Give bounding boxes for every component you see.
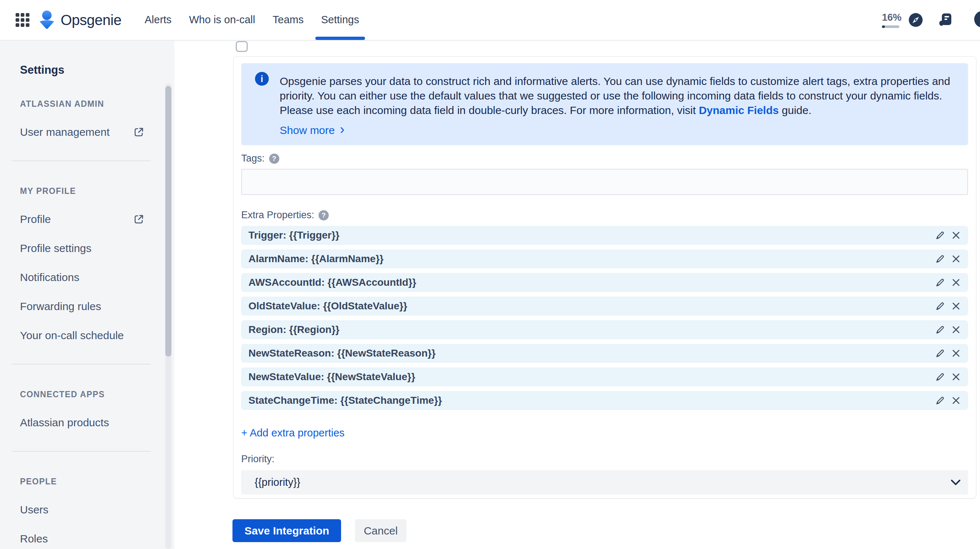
chevron-down-icon	[950, 479, 961, 487]
help-icon[interactable]: ?	[974, 11, 980, 28]
info-banner: i Opsgenie parses your data to construct…	[241, 63, 968, 145]
app-switcher-icon[interactable]	[16, 13, 29, 27]
tags-input[interactable]	[241, 169, 968, 195]
external-link-icon	[133, 127, 144, 138]
delete-x-icon[interactable]	[951, 395, 961, 406]
sidebar-item-forwarding-rules[interactable]: Forwarding rules	[20, 301, 144, 312]
edit-pencil-icon[interactable]	[935, 301, 945, 311]
extra-property-row: StateChangeTime: {{StateChangeTime}}	[241, 391, 968, 410]
row-actions	[935, 230, 961, 241]
extra-property-row: NewStateReason: {{NewStateReason}}	[241, 344, 968, 363]
sidebar-item-roles[interactable]: Roles	[20, 533, 144, 545]
priority-label: Priority:	[241, 454, 275, 465]
priority-value: {{priority}}	[255, 476, 301, 489]
dynamic-fields-link[interactable]: Dynamic Fields	[699, 104, 779, 116]
edit-pencil-icon[interactable]	[935, 277, 945, 288]
sidebar-divider	[12, 451, 151, 452]
tags-label-row: Tags: ?	[241, 153, 968, 164]
sidebar-item-your-on-call-schedule[interactable]: Your on-call schedule	[20, 330, 144, 341]
sidebar-section-label: PEOPLE	[20, 476, 174, 487]
show-more-link[interactable]: Show more ›	[280, 124, 344, 137]
edit-pencil-icon[interactable]	[935, 324, 945, 335]
usage-percent: 16%	[882, 12, 900, 23]
cancel-button[interactable]: Cancel	[355, 519, 406, 542]
delete-x-icon[interactable]	[951, 301, 961, 311]
sidebar-item-users[interactable]: Users	[20, 504, 144, 516]
integration-settings-content: i Opsgenie parses your data to construct…	[174, 41, 980, 549]
external-link-icon	[133, 214, 144, 225]
extra-property-value: Trigger: {{Trigger}}	[248, 230, 340, 241]
sidebar-section: PEOPLEUsersRoles	[20, 476, 174, 545]
add-extra-properties-link[interactable]: + Add extra properties	[241, 427, 345, 439]
extra-property-row: OldStateValue: {{OldStateValue}}	[241, 297, 968, 316]
chevron-right-icon: ›	[340, 124, 345, 137]
sidebar-item-label: User management	[20, 126, 110, 138]
extra-properties-list: Trigger: {{Trigger}}AlarmName: {{AlarmNa…	[241, 226, 968, 410]
primary-nav: AlertsWho is on-callTeamsSettings	[145, 0, 359, 40]
dynamic-fields-card: i Opsgenie parses your data to construct…	[233, 56, 976, 498]
sidebar-title: Settings	[20, 63, 174, 77]
row-actions	[935, 324, 961, 335]
sidebar-item-label: Roles	[20, 533, 48, 545]
sidebar-item-label: Forwarding rules	[20, 301, 101, 312]
edit-pencil-icon[interactable]	[935, 230, 945, 241]
sidebar-scrollbar-thumb[interactable]	[165, 86, 172, 357]
delete-x-icon[interactable]	[951, 372, 961, 382]
checkbox[interactable]	[236, 41, 248, 52]
delete-x-icon[interactable]	[951, 254, 961, 264]
priority-label-row: Priority:	[241, 454, 968, 465]
tags-help-icon[interactable]: ?	[269, 154, 279, 164]
sidebar-divider	[12, 364, 151, 365]
sidebar-section: MY PROFILEProfileProfile settingsNotific…	[20, 186, 174, 341]
sidebar-item-profile-settings[interactable]: Profile settings	[20, 243, 144, 254]
edit-pencil-icon[interactable]	[935, 348, 945, 359]
settings-sidebar: Settings ATLASSIAN ADMINUser managementM…	[0, 41, 174, 549]
edit-pencil-icon[interactable]	[935, 395, 945, 406]
nav-tab-settings[interactable]: Settings	[321, 0, 359, 40]
top-nav: Opsgenie AlertsWho is on-callTeamsSettin…	[0, 0, 980, 41]
usage-progress-bar	[882, 25, 899, 28]
extra-property-value: StateChangeTime: {{StateChangeTime}}	[248, 395, 442, 406]
delete-x-icon[interactable]	[951, 230, 961, 240]
sidebar-item-profile[interactable]: Profile	[20, 214, 144, 225]
release-notes-icon[interactable]	[939, 13, 952, 27]
delete-x-icon[interactable]	[951, 278, 961, 287]
sidebar-divider	[12, 160, 151, 161]
edit-pencil-icon[interactable]	[935, 371, 945, 382]
edit-pencil-icon[interactable]	[935, 254, 945, 264]
sidebar-item-label: Profile	[20, 214, 51, 225]
delete-x-icon[interactable]	[951, 325, 961, 335]
sidebar-item-atlassian-products[interactable]: Atlassian products	[20, 417, 144, 428]
sidebar-section-label: MY PROFILE	[20, 186, 174, 196]
sidebar-section-label: ATLASSIAN ADMIN	[20, 99, 174, 109]
sidebar-section: ATLASSIAN ADMINUser management	[20, 99, 174, 138]
brand-name: Opsgenie	[60, 12, 121, 28]
extra-property-row: AWSAccountId: {{AWSAccountId}}	[241, 273, 968, 292]
extra-properties-help-icon[interactable]: ?	[318, 210, 329, 221]
nav-tab-teams[interactable]: Teams	[273, 0, 304, 40]
extra-property-row: Region: {{Region}}	[241, 320, 968, 339]
opsgenie-logo[interactable]: Opsgenie	[38, 10, 121, 30]
sidebar-item-label: Atlassian products	[20, 417, 109, 428]
sidebar-section-label: CONNECTED APPS	[20, 389, 174, 400]
compass-icon[interactable]	[909, 13, 923, 27]
extra-property-row: Trigger: {{Trigger}}	[241, 226, 968, 245]
nav-tab-alerts[interactable]: Alerts	[145, 0, 172, 40]
nav-tab-who-is-on-call[interactable]: Who is on-call	[189, 0, 255, 40]
sidebar-item-label: Profile settings	[20, 243, 92, 254]
opsgenie-logo-icon	[38, 10, 56, 30]
top-nav-right: 16%	[882, 12, 952, 28]
row-actions	[935, 254, 961, 264]
banner-text-line2: priority. You can either use the default…	[280, 89, 957, 103]
row-actions	[935, 301, 961, 311]
extra-properties-label: Extra Properties:	[241, 209, 314, 221]
sidebar-section: CONNECTED APPSAtlassian products	[20, 389, 174, 428]
sidebar-item-notifications[interactable]: Notifications	[20, 271, 144, 283]
extra-property-row: AlarmName: {{AlarmName}}	[241, 249, 968, 268]
priority-select[interactable]: {{priority}}	[241, 470, 968, 495]
sidebar-item-user-management[interactable]: User management	[20, 126, 144, 138]
delete-x-icon[interactable]	[951, 348, 961, 359]
usage-meter[interactable]: 16%	[882, 12, 900, 28]
extra-property-row: NewStateValue: {{NewStateValue}}	[241, 367, 968, 386]
save-integration-button[interactable]: Save Integration	[232, 519, 341, 542]
